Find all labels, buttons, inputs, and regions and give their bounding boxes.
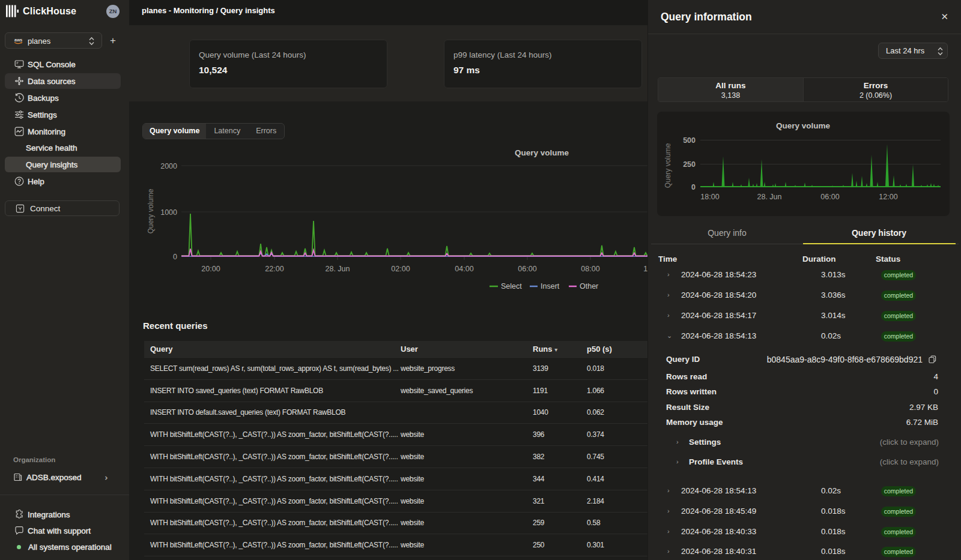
svg-text:Other: Other — [580, 282, 598, 291]
svg-text:Query volume: Query volume — [664, 143, 672, 188]
svg-text:2000: 2000 — [160, 162, 177, 170]
svg-text:Query volume: Query volume — [776, 121, 831, 130]
svg-text:18:00: 18:00 — [700, 193, 719, 201]
svg-text:500: 500 — [683, 136, 696, 145]
svg-text:08:00: 08:00 — [581, 265, 599, 273]
svg-text:aws: aws — [14, 38, 22, 42]
svg-text:0: 0 — [691, 183, 696, 191]
svg-text:04:00: 04:00 — [455, 265, 473, 273]
svg-text:06:00: 06:00 — [518, 265, 536, 273]
svg-text:12:00: 12:00 — [879, 193, 897, 201]
svg-text:10:00: 10:00 — [643, 265, 647, 273]
svg-text:28. Jun: 28. Jun — [757, 193, 781, 201]
svg-text:1000: 1000 — [160, 208, 177, 217]
svg-text:Query volume: Query volume — [147, 188, 155, 233]
svg-text:0: 0 — [173, 253, 177, 261]
svg-text:250: 250 — [683, 160, 696, 169]
svg-text:22:00: 22:00 — [265, 265, 283, 273]
svg-text:Select: Select — [501, 282, 522, 291]
svg-text:Insert: Insert — [541, 282, 560, 291]
svg-text:06:00: 06:00 — [820, 193, 839, 201]
svg-text:28. Jun: 28. Jun — [325, 265, 350, 273]
svg-text:02:00: 02:00 — [391, 265, 410, 273]
svg-text:Query volume: Query volume — [515, 148, 569, 157]
svg-text:20:00: 20:00 — [201, 265, 220, 273]
